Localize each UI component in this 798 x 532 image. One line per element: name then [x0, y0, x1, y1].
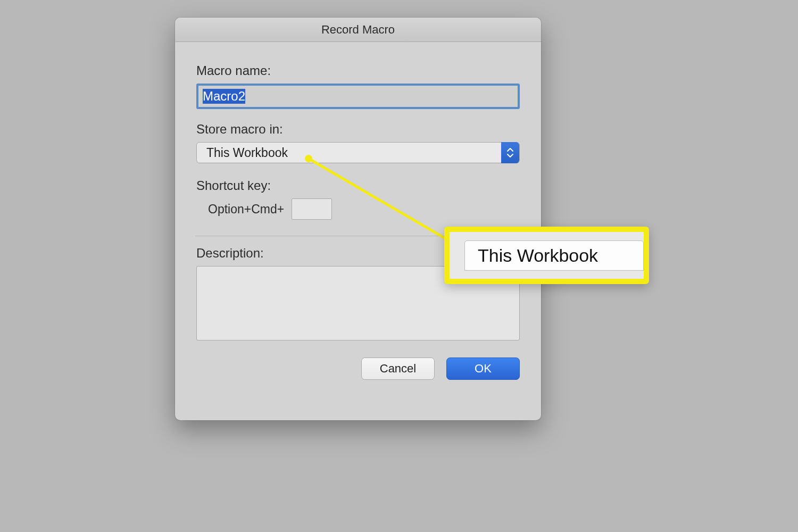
store-macro-value: This Workbook [197, 146, 501, 160]
shortcut-key-label: Shortcut key: [196, 178, 520, 193]
dialog-title: Record Macro [321, 23, 395, 37]
dropdown-stepper-icon [501, 142, 519, 163]
store-macro-label: Store macro in: [196, 122, 520, 137]
annotation-callout: This Workbook [444, 227, 649, 284]
ok-button[interactable]: OK [446, 358, 520, 380]
dialog-buttons: Cancel OK [196, 358, 520, 380]
macro-name-input[interactable] [196, 84, 520, 109]
dialog-titlebar: Record Macro [175, 18, 541, 42]
dialog-body: Macro name: Store macro in: This Workboo… [175, 42, 541, 380]
shortcut-key-input[interactable] [292, 198, 332, 220]
shortcut-row: Option+Cmd+ [208, 198, 520, 220]
cancel-button[interactable]: Cancel [361, 358, 435, 380]
shortcut-prefix-text: Option+Cmd+ [208, 202, 284, 217]
store-macro-dropdown[interactable]: This Workbook [196, 142, 520, 163]
macro-name-label: Macro name: [196, 63, 520, 78]
annotation-callout-text: This Workbook [464, 240, 644, 271]
record-macro-dialog: Record Macro Macro name: Store macro in:… [175, 18, 541, 420]
